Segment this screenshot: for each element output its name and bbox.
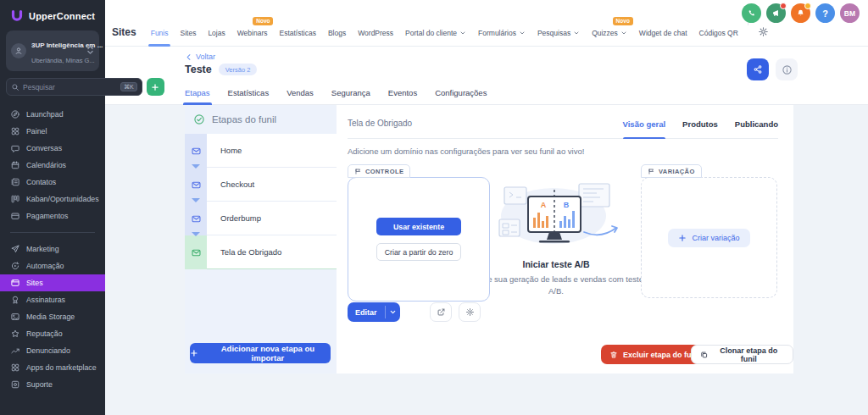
trending-up-icon — [10, 346, 20, 356]
calendar-icon — [10, 160, 20, 170]
nav-tab-wordpress[interactable]: WordPress — [358, 29, 393, 37]
ab-test-illustration: A B — [484, 180, 628, 252]
stage-row-home[interactable]: Home — [185, 134, 337, 168]
add-stage-button[interactable]: Adicionar nova etapa ou importar — [190, 343, 331, 363]
stage-detail-tabs: Visão geral Produtos Publicando — [623, 119, 778, 138]
sidebar-item-conversas[interactable]: Conversas — [0, 140, 105, 157]
funnel-tab-etapas[interactable]: Etapas — [185, 88, 210, 104]
sidebar-item-label: Assinaturas — [26, 296, 65, 304]
detail-tab-produtos[interactable]: Produtos — [682, 119, 718, 138]
help-button[interactable]: ? — [815, 3, 835, 23]
search-box[interactable]: ⌘K — [6, 78, 142, 96]
back-link[interactable]: Voltar — [185, 53, 215, 61]
edit-split-button[interactable]: Editar — [348, 302, 400, 322]
funnel-tab-configuracoes[interactable]: Configurações — [435, 88, 487, 104]
check-circle-icon — [193, 113, 205, 125]
stage-strip — [185, 202, 207, 235]
sidebar-item-label: Automação — [26, 262, 64, 270]
sidebar-item-contatos[interactable]: Contatos — [0, 174, 105, 191]
star-icon — [10, 329, 20, 339]
sidebar-item-pagamentos[interactable]: Pagamentos — [0, 208, 105, 224]
funnel-tabs: Etapas Estatísticas Vendas Segurança Eve… — [185, 88, 487, 104]
control-tag-label: CONTROLE — [365, 168, 403, 175]
chevron-down-icon — [573, 30, 580, 36]
sidebar-item-launchpad[interactable]: Launchpad — [0, 106, 105, 123]
chevron-up-down-icon — [86, 43, 94, 58]
search-input[interactable] — [23, 83, 117, 91]
sidebar-item-label: Calendários — [26, 161, 66, 169]
sidebar-item-painel[interactable]: Painel — [0, 123, 105, 140]
payments-card-icon — [10, 211, 20, 221]
plus-icon — [190, 349, 198, 357]
quick-add-button[interactable] — [147, 78, 164, 96]
stage-row-tela-de-obrigado[interactable]: Tela de Obrigado — [185, 235, 337, 269]
account-switcher[interactable]: 3UP Inteligência em ... Uberlândia, Mina… — [6, 30, 99, 71]
stage-row-checkout[interactable]: Checkout — [185, 168, 337, 202]
nav-tab-funis[interactable]: Funis — [151, 29, 169, 37]
nav-tab-blogs[interactable]: Blogs — [328, 29, 346, 37]
sidebar-item-label: Denunciando — [26, 346, 70, 355]
announcements-button[interactable] — [766, 3, 786, 23]
stage-detail-header: Tela de Obrigado Visão geral Produtos Pu… — [348, 105, 778, 139]
create-from-scratch-button[interactable]: Criar a partir do zero — [376, 243, 461, 261]
sidebar-item-marketing[interactable]: Marketing — [0, 241, 105, 257]
sidebar-item-reputacao[interactable]: Reputação — [0, 325, 105, 342]
nav-settings-gear-icon[interactable] — [758, 26, 769, 37]
nav-tab-portal-do-cliente[interactable]: Portal do cliente — [405, 29, 466, 37]
sidebar-item-calendarios[interactable]: Calendários — [0, 157, 105, 174]
top-right-actions: ? BM — [742, 3, 860, 23]
sidebar-item-kaban-oportunidades[interactable]: Kaban/Oportunidades — [0, 191, 105, 208]
funnel-tab-estatisticas[interactable]: Estatísticas — [228, 88, 270, 104]
sidebar-item-apps-marketplace[interactable]: Apps do marketplace — [0, 359, 105, 376]
copy-icon — [700, 351, 708, 359]
stages-panel-title: Etapas do funil — [212, 114, 276, 125]
detail-tab-visao-geral[interactable]: Visão geral — [623, 119, 666, 138]
stage-settings-button[interactable] — [459, 302, 481, 322]
nav-tab-formularios[interactable]: Formulários — [478, 29, 526, 37]
ab-letter-a: A — [541, 201, 547, 209]
delete-stage-label: Excluir etapa do funil — [623, 351, 700, 359]
nav-tab-codigos-qr[interactable]: Códigos QR — [699, 29, 738, 37]
sidebar-item-sites[interactable]: Sites — [0, 274, 105, 291]
notifications-button[interactable] — [791, 3, 810, 23]
stage-strip — [185, 235, 207, 269]
sidebar-item-label: Conversas — [26, 144, 62, 152]
funnel-tab-eventos[interactable]: Eventos — [388, 88, 417, 104]
edit-button-label[interactable]: Editar — [348, 302, 385, 322]
stage-strip — [185, 168, 207, 202]
nav-tab-webinars[interactable]: Webinars Novo — [237, 29, 268, 37]
sidebar-item-suporte[interactable]: Suporte — [0, 376, 105, 393]
nav-tab-sites[interactable]: Sites — [180, 29, 196, 37]
chevron-down-icon[interactable] — [386, 302, 400, 322]
info-button[interactable] — [776, 58, 798, 80]
use-existing-button[interactable]: Usar existente — [376, 218, 461, 235]
sidebar-item-label: Marketing — [26, 245, 59, 253]
novo-badge: Novo — [613, 17, 633, 25]
phone-button[interactable] — [742, 3, 761, 23]
sidebar-item-assinaturas[interactable]: Assinaturas — [0, 291, 105, 308]
sidebar-item-automacao[interactable]: Automação — [0, 257, 105, 274]
stage-label: Orderbump — [220, 213, 261, 223]
sidebar-item-media-storage[interactable]: Media Storage — [0, 308, 105, 325]
stage-row-orderbump[interactable]: Orderbump — [185, 202, 337, 235]
nav-tab-estatisticas[interactable]: Estatísticas — [279, 29, 315, 37]
funnel-tab-seguranca[interactable]: Segurança — [331, 88, 370, 104]
nav-tab-quizzes[interactable]: Quizzes Novo — [592, 29, 627, 37]
open-external-button[interactable] — [430, 302, 452, 322]
funnel-tab-vendas[interactable]: Vendas — [287, 88, 314, 104]
user-avatar[interactable]: BM — [840, 3, 860, 23]
chevron-down-icon — [620, 30, 627, 36]
contacts-book-icon — [10, 177, 20, 187]
sidebar-item-denunciando[interactable]: Denunciando — [0, 342, 105, 359]
nav-tab-widget-de-chat[interactable]: Widget de chat — [639, 29, 687, 37]
app-root: UpperConnect 3UP Inteligência em ... Ube… — [0, 0, 868, 415]
trash-icon — [609, 351, 618, 359]
ab-letter-b: B — [564, 201, 570, 209]
nav-tab-pesquisas[interactable]: Pesquisas — [537, 29, 580, 37]
chat-bubble-icon — [10, 143, 20, 153]
share-button[interactable] — [747, 58, 769, 80]
nav-tab-lojas[interactable]: Lojas — [208, 29, 225, 37]
create-variation-button[interactable]: Criar variação — [668, 229, 749, 247]
clone-stage-button[interactable]: Clonar etapa do funil — [691, 345, 793, 364]
detail-tab-publicando[interactable]: Publicando — [735, 119, 778, 138]
